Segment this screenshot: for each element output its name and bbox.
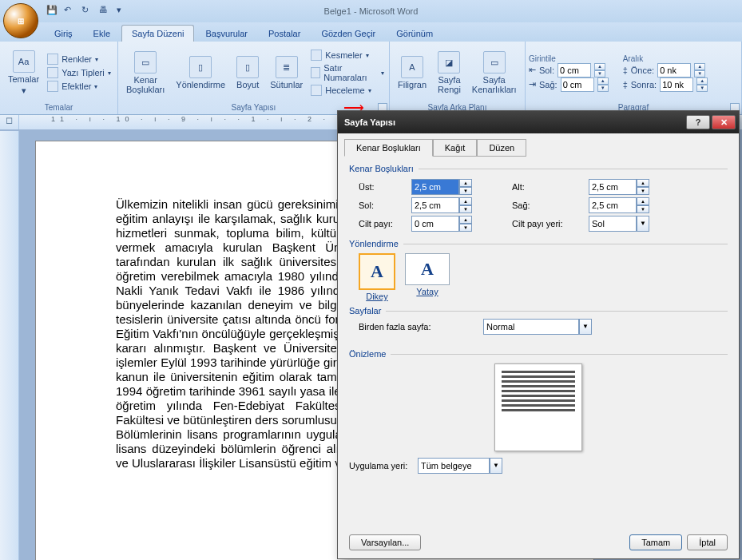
breaks-button[interactable]: Kesmeler▾ [309,49,386,62]
tab-layout[interactable]: Sayfa Düzeni [121,25,194,42]
columns-button[interactable]: ≣Sütunlar [265,54,308,91]
spin-gutter[interactable]: ▲▼ [459,216,472,232]
indent-right-spin[interactable]: ▲▼ [597,77,609,92]
orient-portrait-label: Dikey [359,292,395,301]
lbl-multi: Birden fazla sayfa: [359,322,446,332]
linenums-button[interactable]: Satır Numaraları▾ [309,62,386,83]
select-apply[interactable] [418,458,490,474]
tab-mail[interactable]: Postalar [259,26,310,42]
watermark-button[interactable]: AFiligran [393,54,431,91]
dialog-title: Sayfa Yapısı [344,117,395,127]
margins-button[interactable]: ▭Kenar Boşlukları [121,50,169,96]
vertical-ruler[interactable] [0,131,19,560]
space-after-label: Sonra: [631,80,657,89]
themes-label: Temalar [8,74,39,84]
sec-margins: Kenar Boşlukları [349,164,414,173]
qat-icon[interactable]: ▾ [117,5,129,18]
tab-home[interactable]: Giriş [45,26,82,42]
dlg-tab-paper[interactable]: Kağıt [433,139,478,157]
space-after-spin[interactable]: ▲▼ [696,77,708,92]
sec-pages: Sayfalar [349,306,381,316]
margins-label: Kenar Boşlukları [126,75,165,94]
undo-icon[interactable]: ↶ [64,5,77,18]
orient-portrait[interactable]: ADikey [359,253,395,301]
colors-button[interactable]: Renkler▾ [46,53,113,66]
ok-button[interactable]: Tamam [629,534,682,550]
input-left[interactable] [411,197,459,213]
tab-insert[interactable]: Ekle [84,26,120,42]
space-after-input[interactable] [660,77,693,92]
default-button[interactable]: Varsayılan... [349,534,421,550]
indent-heading: Girintile [529,54,609,63]
save-icon[interactable]: 💾 [46,5,59,18]
space-after-icon: ‡ [623,80,628,89]
input-bottom[interactable] [589,179,637,195]
lbl-apply: Uygulama yeri: [349,461,413,471]
indent-right-icon: ⇥ [529,79,536,89]
space-before-spin[interactable]: ▲▼ [694,63,705,77]
tab-view[interactable]: Görünüm [387,26,442,42]
spin-top[interactable]: ▲▼ [459,179,472,195]
pagecolor-label: Sayfa Rengi [438,75,461,94]
spin-left[interactable]: ▲▼ [459,197,472,213]
fonts-button[interactable]: Yazı Tipleri▾ [46,66,113,79]
hyphen-button[interactable]: Heceleme▾ [309,84,386,97]
indent-right-input[interactable] [561,77,594,92]
lbl-top: Üst: [359,182,407,192]
redo-icon[interactable]: ↻ [81,5,94,18]
spin-right[interactable]: ▲▼ [637,197,649,213]
orient-label: Yönlendirme [176,80,225,89]
group-themes: Temalar [3,102,114,113]
space-before-label: Önce: [631,66,654,75]
tab-review[interactable]: Gözden Geçir [311,26,385,42]
tab-refs[interactable]: Başvurular [196,26,257,42]
space-before-input[interactable] [657,63,691,77]
dlg-tab-margins[interactable]: Kenar Boşlukları [344,139,433,157]
orient-button[interactable]: ▯Yönlendirme [171,54,230,91]
colors-label: Renkler [62,54,92,64]
borders-button[interactable]: ▭Sayfa Kenarlıkları [467,50,522,96]
linenums-label: Satır Numaraları [323,63,378,82]
cols-label: Sütunlar [270,80,303,89]
watermark-label: Filigran [398,80,427,89]
size-label: Boyut [236,80,259,89]
dlg-tab-layout[interactable]: Düzen [477,139,526,157]
close-button[interactable]: ✕ [712,115,736,129]
hyphen-label: Heceleme [325,85,365,95]
apply-drop-icon[interactable]: ▼ [490,458,502,474]
input-gutter[interactable] [411,216,459,232]
preview-pane [494,363,582,451]
page-setup-dialog: Sayfa Yapısı ? ✕ Kenar Boşlukları Kağıt … [337,110,740,559]
pagecolor-button[interactable]: ◪Sayfa Rengi [433,50,466,96]
cancel-button[interactable]: İptal [687,534,728,550]
size-button[interactable]: ▯Boyut [232,54,264,91]
print-icon[interactable]: 🖶 [99,5,112,18]
multi-drop-icon[interactable]: ▼ [579,319,592,335]
select-gutterpos[interactable] [589,216,637,232]
spin-bottom[interactable]: ▲▼ [637,179,649,195]
input-right[interactable] [589,197,637,213]
help-button[interactable]: ? [686,115,710,129]
themes-button[interactable]: AaTemalar▾ [3,49,44,97]
effects-label: Efektler [62,81,91,91]
lbl-bottom: Alt: [512,182,584,192]
input-top[interactable] [411,179,459,195]
ruler-toggle-icon[interactable]: ◻ [0,115,19,129]
breaks-label: Kesmeler [325,50,362,60]
orient-landscape[interactable]: AYatay [405,253,450,301]
fonts-label: Yazı Tipleri [62,68,105,77]
office-button[interactable]: ⊞ [3,3,38,38]
lbl-gutter: Cilt payı: [359,219,407,228]
effects-button[interactable]: Efektler▾ [46,80,113,93]
indent-left-icon: ⇤ [529,65,536,75]
select-multi[interactable] [483,319,579,335]
indent-left-spin[interactable]: ▲▼ [594,63,605,77]
orient-landscape-label: Yatay [405,287,450,296]
space-before-icon: ‡ [623,66,628,75]
lbl-gutterpos: Cilt payı yeri: [512,219,584,228]
borders-label: Sayfa Kenarlıkları [472,75,517,94]
indent-left-label: Sol: [539,66,554,75]
indent-left-input[interactable] [557,63,591,77]
spacing-heading: Aralık [623,54,708,63]
gutterpos-drop-icon[interactable]: ▼ [637,216,649,232]
